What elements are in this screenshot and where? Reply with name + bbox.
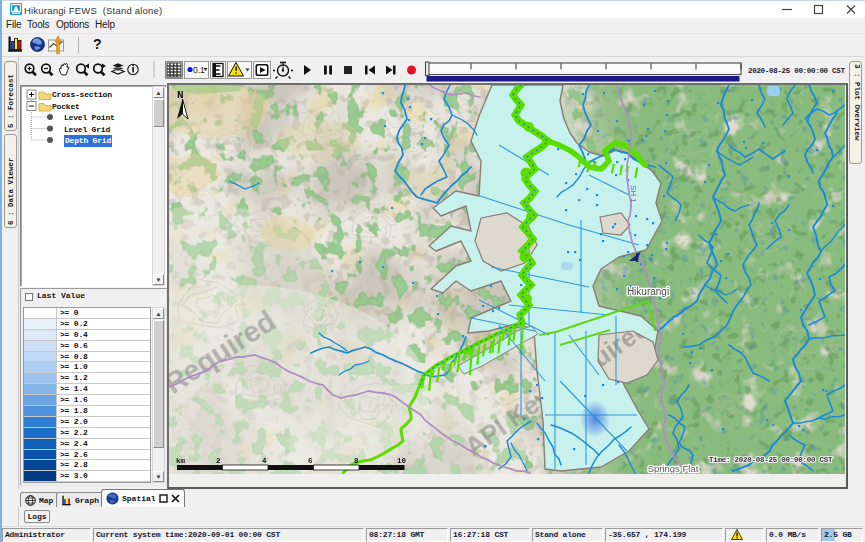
svg-text:4: 4	[262, 457, 267, 465]
svg-text:Springs Flat: Springs Flat	[648, 463, 699, 474]
svg-text:SH 1: SH 1	[629, 185, 638, 203]
svg-text:0.1: 0.1	[193, 65, 205, 75]
svg-text:8: 8	[354, 457, 359, 465]
svg-text:2020-08-25 00:00:00 CST: 2020-08-25 00:00:00 CST	[748, 67, 845, 75]
svg-text:Hikurangi: Hikurangi	[627, 286, 669, 297]
svg-text:2: 2	[216, 457, 221, 465]
svg-text:6: 6	[308, 457, 313, 465]
svg-text:Time: 2020-08-25 00:00:00 CST: Time: 2020-08-25 00:00:00 CST	[709, 456, 833, 464]
svg-text:10: 10	[397, 457, 407, 465]
svg-text:km: km	[176, 457, 186, 465]
